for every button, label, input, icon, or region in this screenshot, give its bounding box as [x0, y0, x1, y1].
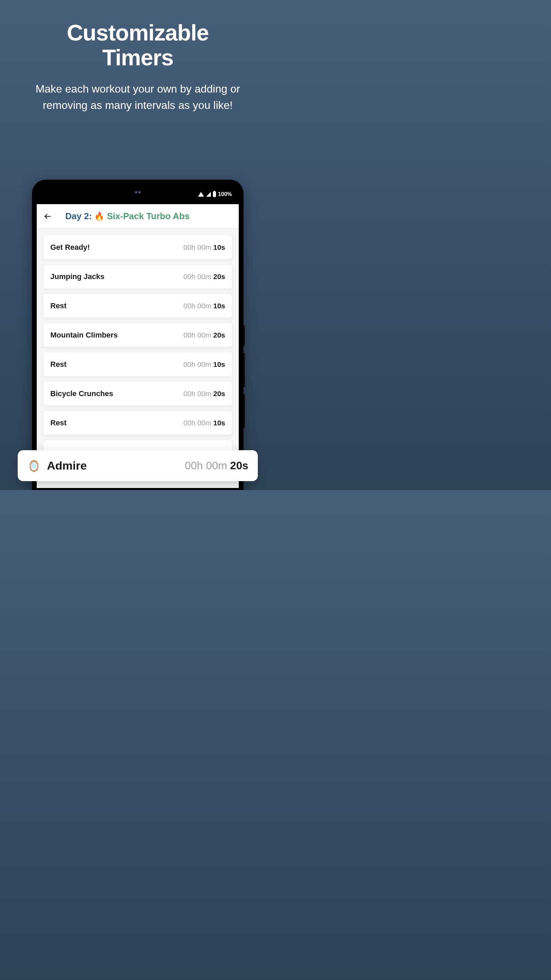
interval-item[interactable]: Jumping Jacks 00h 00m 20s — [43, 265, 232, 288]
interval-name: Rest — [50, 301, 67, 310]
interval-time: 00h 00m 10s — [183, 243, 225, 251]
interval-time: 00h 00m 20s — [183, 390, 225, 398]
status-bar: 100% — [198, 191, 232, 197]
interval-name: Rest — [50, 360, 67, 369]
interval-list[interactable]: Get Ready! 00h 00m 10s Jumping Jacks 00h… — [37, 229, 239, 455]
signal-icon — [206, 192, 211, 197]
phone-physical-button — [243, 353, 245, 387]
interval-name: Get Ready! — [50, 243, 90, 252]
interval-item[interactable]: Rest 00h 00m 10s — [43, 411, 232, 435]
battery-icon — [213, 192, 216, 197]
app-header: Day 2: 🔥 Six-Pack Turbo Abs — [37, 204, 239, 229]
interval-item[interactable]: Bicycle Crunches 00h 00m 20s — [43, 382, 232, 406]
phone-screen: 100% Day 2: 🔥 Six-Pack Turbo Abs — [37, 185, 239, 488]
app-screen: Day 2: 🔥 Six-Pack Turbo Abs Get Ready! 0… — [37, 204, 239, 488]
interval-item[interactable]: Rest 00h 00m 10s — [43, 294, 232, 318]
interval-item[interactable]: Mountain Climbers 00h 00m 20s — [43, 323, 232, 347]
interval-name: Mountain Climbers — [50, 331, 118, 340]
hero-subtitle: Make each workout your own by adding or … — [0, 70, 275, 113]
floating-interval-name: Admire — [47, 459, 87, 472]
fire-icon: 🔥 — [94, 212, 105, 221]
interval-time: 00h 00m 20s — [183, 331, 225, 339]
floating-interval-card[interactable]: 🪞 Admire 00h 00m 20s — [18, 450, 258, 481]
battery-percent: 100% — [218, 191, 232, 197]
hero-title: Customizable Timers — [0, 0, 275, 70]
page-title: Day 2: 🔥 Six-Pack Turbo Abs — [65, 211, 189, 221]
back-button[interactable] — [43, 212, 52, 221]
phone-frame: 100% Day 2: 🔥 Six-Pack Turbo Abs — [32, 180, 243, 490]
interval-name: Jumping Jacks — [50, 272, 105, 281]
interval-time: 00h 00m 10s — [183, 302, 225, 310]
interval-time: 00h 00m 20s — [183, 272, 225, 281]
phone-physical-button — [243, 394, 245, 428]
interval-item[interactable]: Get Ready! 00h 00m 10s — [43, 235, 232, 259]
mirror-icon: 🪞 — [27, 460, 41, 472]
interval-time: 00h 00m 10s — [183, 360, 225, 369]
wifi-icon — [198, 192, 204, 197]
interval-time: 00h 00m 10s — [183, 419, 225, 427]
interval-name: Bicycle Crunches — [50, 389, 113, 398]
phone-camera — [134, 191, 142, 194]
floating-interval-time: 00h 00m 20s — [185, 460, 248, 472]
interval-name: Rest — [50, 418, 67, 427]
interval-item[interactable]: Rest 00h 00m 10s — [43, 353, 232, 376]
phone-physical-button — [243, 325, 245, 346]
